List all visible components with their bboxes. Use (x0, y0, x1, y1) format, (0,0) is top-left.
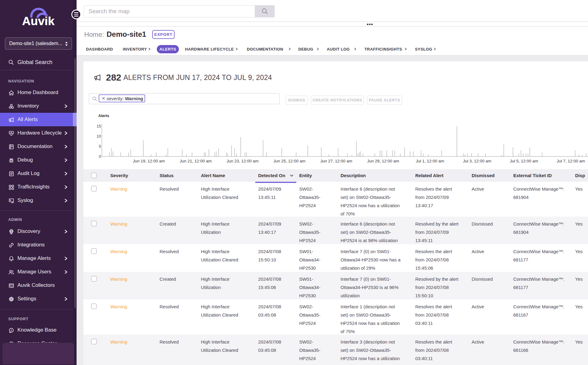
svg-text:Auvik: Auvik (22, 14, 55, 28)
